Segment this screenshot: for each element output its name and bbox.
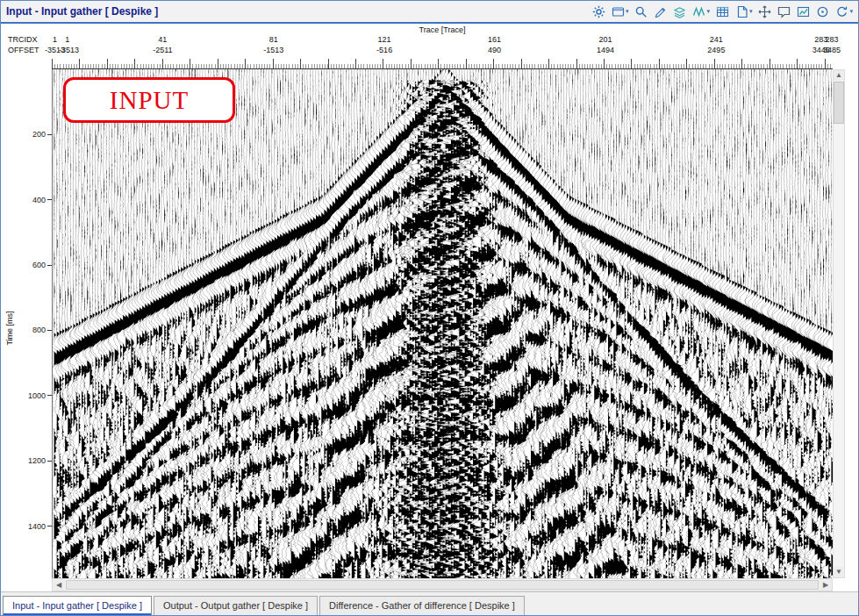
offset-tick-label: -1513 — [263, 46, 283, 54]
gear-icon[interactable] — [592, 4, 605, 18]
pick-pen-icon[interactable] — [654, 4, 667, 18]
trcidx-tick-label: 241 — [710, 35, 723, 44]
top-axes-header: Trace [Trace] TRCIDX 1141811211612012412… — [1, 24, 858, 69]
seismic-plot[interactable] — [53, 69, 833, 578]
chevron-down-icon[interactable]: ▾ — [626, 8, 629, 15]
offset-tick-label: 1494 — [597, 46, 614, 54]
wiggle-spectrum-icon[interactable]: ▾ — [692, 4, 710, 18]
time-ticks: 200400600800100012001400 — [1, 69, 52, 578]
vertical-scrollbar[interactable]: ▲ ▼ — [833, 69, 845, 578]
offset-row: OFFSET -3513-3513-2511-1513-516490149424… — [1, 46, 858, 56]
offset-tick-label: -516 — [376, 46, 392, 54]
zoom-icon[interactable] — [634, 4, 648, 18]
layers-icon[interactable] — [673, 4, 686, 18]
snapshot-frame-icon[interactable] — [797, 4, 810, 18]
title-bar: Input - Input gather [ Despike ] ▾ ▾ — [1, 1, 858, 24]
crosshair-move-icon[interactable] — [758, 4, 771, 18]
window-title: Input - Input gather [ Despike ] — [6, 5, 158, 18]
trcidx-tick-label: 81 — [269, 35, 278, 44]
offset-tick-label: -2511 — [153, 46, 172, 54]
input-annotation: INPUT — [63, 77, 235, 123]
comment-icon[interactable] — [777, 4, 791, 18]
trcidx-tick-label: 1 — [53, 35, 57, 44]
display-options-icon[interactable]: ▾ — [612, 4, 629, 18]
rotate-view-icon[interactable]: ▾ — [835, 4, 853, 18]
time-tick: 1200 — [28, 456, 52, 465]
time-tick: 400 — [32, 196, 52, 204]
trcidx-tick-label: 161 — [488, 35, 501, 44]
time-axis: Time [ms] 200400600800100012001400 — [1, 69, 52, 578]
time-tick: 600 — [32, 261, 52, 269]
trace-axis-title: Trace [Trace] — [52, 25, 833, 34]
main-content: Time [ms] 200400600800100012001400 INPUT… — [1, 69, 858, 591]
toolbar: ▾ ▾ ▾ — [592, 4, 853, 18]
time-tick: 800 — [32, 326, 52, 334]
time-tick: 1000 — [28, 391, 52, 400]
trcidx-tick-label: 283 — [826, 35, 839, 44]
trcidx-tick-label: 41 — [158, 35, 167, 44]
scroll-up-icon[interactable]: ▲ — [834, 70, 844, 81]
trace-ruler — [52, 57, 833, 69]
trcidx-tick-label: 121 — [378, 35, 391, 44]
offset-row-label: OFFSET — [8, 46, 39, 54]
trcidx-row: TRCIDX 114181121161201241283283 — [1, 35, 858, 46]
chevron-down-icon[interactable]: ▾ — [749, 8, 753, 15]
offset-tick-label: 3485 — [823, 46, 841, 54]
scroll-right-icon[interactable]: ▶ — [820, 579, 832, 591]
app-window: Input - Input gather [ Despike ] ▾ ▾ — [0, 0, 859, 616]
trcidx-tick-label: 201 — [598, 35, 612, 44]
chevron-down-icon[interactable]: ▾ — [706, 8, 710, 15]
offset-tick-label: 490 — [488, 46, 501, 54]
trcidx-tick-label: 1 — [65, 35, 69, 44]
tab-difference-gather[interactable]: Difference - Gather of difference [ Desp… — [319, 596, 525, 615]
trcidx-row-label: TRCIDX — [8, 35, 38, 44]
vertical-scroll-thumb[interactable] — [834, 82, 844, 124]
time-tick: 1400 — [28, 522, 52, 531]
input-annotation-label: INPUT — [110, 86, 189, 115]
offset-tick-label: -3513 — [59, 46, 79, 54]
seismic-plot-area: INPUT — [52, 69, 833, 578]
spreadsheet-icon[interactable] — [716, 4, 729, 18]
zoom-actual-icon[interactable] — [816, 4, 829, 18]
tab-input-gather[interactable]: Input - Input gather [ Despike ] — [3, 596, 152, 615]
right-margin — [845, 69, 858, 578]
tab-output-gather[interactable]: Output - Output gather [ Despike ] — [154, 596, 318, 615]
horizontal-scroll-thumb[interactable] — [66, 580, 819, 590]
tab-bar: Input - Input gather [ Despike ]Output -… — [1, 591, 858, 615]
time-tick: 200 — [32, 130, 52, 139]
offset-ticks: -3513-3513-2511-1513-5164901494249534463… — [52, 46, 833, 56]
scroll-left-icon[interactable]: ◀ — [53, 579, 65, 591]
chevron-down-icon[interactable]: ▾ — [849, 8, 853, 15]
horizontal-scrollbar[interactable]: ◀ ▶ — [52, 578, 833, 591]
export-document-icon[interactable]: ▾ — [735, 4, 753, 18]
trcidx-ticks: 114181121161201241283283 — [52, 35, 833, 46]
scroll-down-icon[interactable]: ▼ — [834, 567, 844, 577]
offset-tick-label: 2495 — [707, 46, 725, 54]
